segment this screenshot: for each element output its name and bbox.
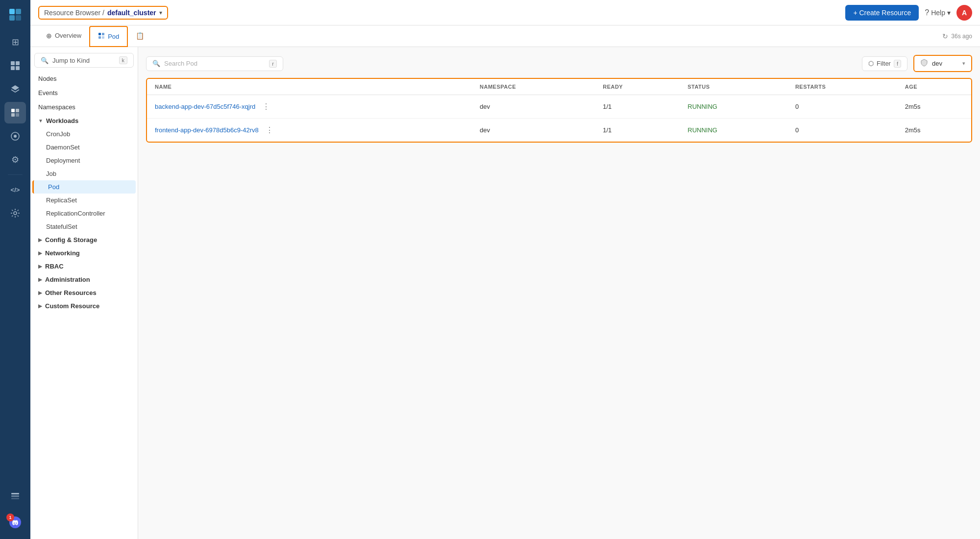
cell-status: RUNNING — [680, 119, 787, 142]
pod-link[interactable]: backend-app-dev-67d5c5f746-xqjrd — [155, 103, 255, 110]
create-resource-button[interactable]: + Create Resource — [845, 5, 919, 21]
row-more-button[interactable]: ⋮ — [259, 101, 273, 112]
tab-overview-label: Overview — [55, 32, 81, 39]
logo-icon[interactable] — [4, 4, 26, 25]
home-icon[interactable]: ⊞ — [4, 31, 26, 53]
svg-rect-4 — [11, 61, 15, 65]
cell-ready: 1/1 — [595, 119, 680, 142]
cell-status: RUNNING — [680, 95, 787, 119]
cell-restarts: 0 — [787, 119, 897, 142]
svg-rect-7 — [16, 66, 20, 70]
nav-config-storage-label: Config & Storage — [45, 236, 97, 244]
namespace-chevron-icon: ▾ — [962, 60, 965, 67]
nav-other-resources-section[interactable]: ▶ Other Resources — [30, 286, 138, 299]
discord-notification[interactable]: 1 — [4, 512, 26, 533]
nav-nodes-label: Nodes — [38, 75, 57, 82]
config-storage-arrow-icon: ▶ — [38, 237, 42, 243]
user-avatar[interactable]: A — [956, 5, 972, 21]
cell-namespace: dev — [472, 119, 595, 142]
resource-browser-icon[interactable] — [4, 102, 26, 123]
refresh-icon[interactable]: ↻ — [942, 32, 948, 40]
svg-rect-20 — [102, 33, 104, 35]
search-pod-box[interactable]: 🔍 Search Pod r — [146, 56, 283, 71]
overview-tab-icon: ⊕ — [46, 32, 52, 40]
cell-namespace: dev — [472, 95, 595, 119]
search-pod-label: Search Pod — [164, 60, 197, 67]
nav-cronjob[interactable]: CronJob — [30, 127, 138, 141]
breadcrumb-prefix: Resource Browser / — [44, 9, 104, 17]
row-more-button[interactable]: ⋮ — [263, 124, 276, 136]
nav-rbac-section[interactable]: ▶ RBAC — [30, 260, 138, 273]
svg-rect-1 — [16, 9, 21, 14]
nav-daemonset[interactable]: DaemonSet — [30, 141, 138, 154]
nav-deployment[interactable]: Deployment — [30, 154, 138, 167]
layers-icon[interactable] — [4, 78, 26, 100]
nav-workloads-label: Workloads — [46, 117, 78, 124]
tabbar: ⊕ Overview Pod 📋 ↻ 36s ago — [30, 25, 980, 47]
stack-icon[interactable] — [4, 484, 26, 506]
refresh-time: 36s ago — [951, 33, 972, 40]
pod-link[interactable]: frontend-app-dev-6978d5b6c9-42rv8 — [155, 126, 259, 134]
jump-to-kind[interactable]: 🔍 Jump to Kind k — [34, 53, 134, 68]
settings-icon[interactable]: ⚙ — [4, 149, 26, 171]
svg-rect-10 — [11, 113, 15, 117]
nav-job[interactable]: Job — [30, 167, 138, 180]
svg-rect-6 — [11, 66, 15, 70]
workloads-arrow-icon: ▼ — [38, 118, 43, 123]
nav-events[interactable]: Events — [30, 86, 138, 100]
notification-badge: 1 — [6, 514, 14, 521]
filter-label: Filter — [877, 60, 891, 67]
tab-extra[interactable]: 📋 — [128, 25, 152, 47]
pods-table: NAME NAMESPACE READY STATUS RESTARTS AGE… — [147, 79, 971, 142]
help-chevron-icon: ▾ — [947, 9, 951, 17]
tab-extra-icon: 📋 — [136, 32, 144, 40]
nav-statefulset[interactable]: StatefulSet — [30, 220, 138, 233]
custom-resource-arrow-icon: ▶ — [38, 303, 42, 309]
nav-config-storage-section[interactable]: ▶ Config & Storage — [30, 233, 138, 246]
main-panel: 🔍 Search Pod r ⬡ Filter f dev — [138, 47, 980, 539]
table-header-row: NAME NAMESPACE READY STATUS RESTARTS AGE — [147, 79, 971, 95]
nav-namespaces[interactable]: Namespaces — [30, 100, 138, 114]
nav-networking-label: Networking — [45, 249, 80, 257]
nav-pod[interactable]: Pod — [32, 180, 136, 194]
nav-networking-section[interactable]: ▶ Networking — [30, 246, 138, 260]
help-button[interactable]: ? Help ▾ — [925, 8, 951, 17]
topbar-right: + Create Resource ? Help ▾ A — [845, 5, 972, 21]
nav-replicaset[interactable]: ReplicaSet — [30, 194, 138, 207]
topbar: Resource Browser / default_cluster ▾ + C… — [30, 0, 980, 25]
nav-other-resources-label: Other Resources — [45, 289, 97, 296]
nav-administration-section[interactable]: ▶ Administration — [30, 273, 138, 286]
nav-custom-resource-label: Custom Resource — [45, 302, 99, 310]
rbac-arrow-icon: ▶ — [38, 264, 42, 269]
search-circle-icon[interactable] — [4, 125, 26, 147]
nav-workloads-section[interactable]: ▼ Workloads — [30, 114, 138, 127]
svg-rect-22 — [102, 36, 104, 39]
svg-rect-15 — [11, 493, 19, 494]
dashboard-icon[interactable] — [4, 55, 26, 76]
nav-custom-resource-section[interactable]: ▶ Custom Resource — [30, 299, 138, 313]
nav-nodes[interactable]: Nodes — [30, 72, 138, 86]
search-shortcut: r — [269, 60, 277, 68]
svg-rect-9 — [16, 109, 19, 112]
namespace-value: dev — [932, 60, 942, 67]
col-restarts: RESTARTS — [787, 79, 897, 95]
breadcrumb[interactable]: Resource Browser / default_cluster ▾ — [38, 6, 168, 20]
nav-replicationcontroller[interactable]: ReplicationController — [30, 207, 138, 220]
svg-rect-5 — [16, 61, 20, 65]
panel-toolbar: 🔍 Search Pod r ⬡ Filter f dev — [146, 55, 972, 72]
topbar-left: Resource Browser / default_cluster ▾ — [38, 6, 168, 20]
code-icon[interactable]: </> — [4, 179, 26, 200]
filter-shortcut: f — [894, 60, 901, 68]
jump-to-kind-label: Jump to Kind — [52, 57, 90, 64]
namespace-shield-icon — [920, 59, 928, 68]
filter-button[interactable]: ⬡ Filter f — [862, 56, 907, 71]
breadcrumb-chevron[interactable]: ▾ — [159, 9, 162, 16]
nav-namespaces-label: Namespaces — [38, 103, 75, 111]
tab-overview[interactable]: ⊕ Overview — [38, 25, 89, 47]
tab-pod-label: Pod — [108, 33, 119, 40]
gear-icon[interactable] — [4, 202, 26, 224]
search-icon: 🔍 — [41, 57, 49, 64]
col-status: STATUS — [680, 79, 787, 95]
tab-pod[interactable]: Pod — [89, 26, 128, 47]
namespace-selector[interactable]: dev ▾ — [913, 55, 972, 72]
